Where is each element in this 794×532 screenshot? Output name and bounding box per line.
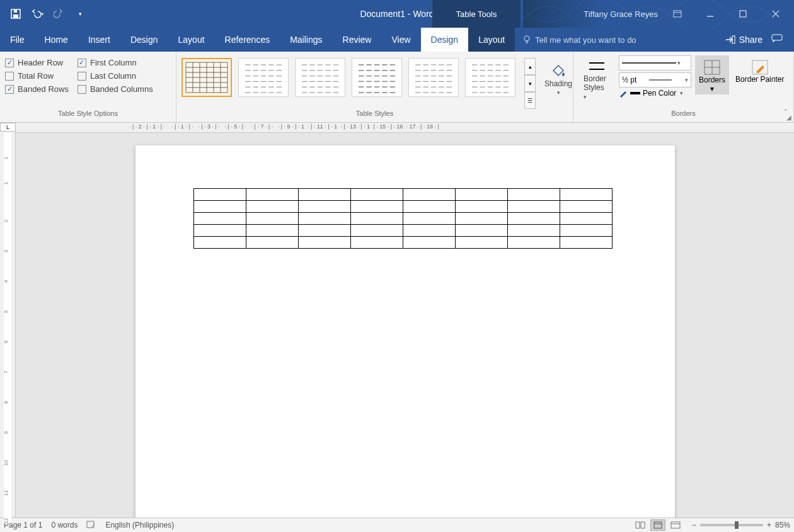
table-style-thumb-1[interactable]	[181, 58, 232, 97]
status-language[interactable]: English (Philippines)	[105, 521, 174, 529]
ribbon-display-icon[interactable]	[664, 4, 691, 24]
border-painter-button[interactable]: Border Painter	[733, 55, 786, 85]
horizontal-ruler[interactable]: · | · 2 · | · 1 · | · · | · 1 · | · · | …	[16, 123, 794, 133]
tab-file[interactable]: File	[0, 28, 35, 52]
view-print-layout[interactable]	[650, 519, 665, 531]
tab-references[interactable]: References	[215, 28, 280, 52]
svg-text:12: 12	[3, 518, 9, 523]
pen-icon	[619, 89, 628, 98]
check-banded-columns[interactable]: Banded Columns	[78, 84, 153, 94]
table-styles-gallery[interactable]: ▴ ▾ ☰	[181, 58, 536, 109]
tab-mailings[interactable]: Mailings	[280, 28, 332, 52]
svg-text:11: 11	[3, 490, 9, 495]
contextual-tab-label: Table Tools	[432, 0, 521, 28]
tab-tabletools-layout[interactable]: Layout	[468, 28, 515, 52]
check-banded-rows[interactable]: Banded Rows	[5, 84, 69, 94]
undo-icon[interactable]: ▾	[29, 6, 45, 22]
borders-button[interactable]: Borders▾	[695, 55, 729, 94]
svg-text:3: 3	[3, 249, 9, 252]
document-workarea: L 1 1 2 3 4 5 6 7 8 9 10 11 12 · | · 2 ·…	[0, 123, 794, 518]
gallery-scroll-down[interactable]: ▾	[524, 75, 536, 92]
table-style-thumb-5[interactable]	[408, 58, 459, 97]
status-bar: Page 1 of 1 0 words English (Philippines…	[0, 518, 794, 532]
svg-rect-185	[752, 60, 768, 74]
tab-design[interactable]: Design	[120, 28, 168, 52]
svg-text:8: 8	[3, 400, 9, 404]
tab-home[interactable]: Home	[35, 28, 78, 52]
group-table-style-options: Header Row Total Row Banded Rows First C…	[0, 52, 176, 122]
svg-rect-1	[13, 14, 18, 18]
share-icon	[725, 35, 735, 44]
tab-view[interactable]: View	[381, 28, 420, 52]
tab-review[interactable]: Review	[333, 28, 382, 52]
group-borders: Border Styles ▾ ▾ ½ pt▾ Pen Color▾ Borde…	[573, 52, 794, 122]
minimize-icon[interactable]	[697, 4, 723, 24]
svg-text:6: 6	[3, 340, 9, 343]
brush-icon	[751, 59, 769, 76]
tab-layout[interactable]: Layout	[168, 28, 215, 52]
ribbon: Header Row Total Row Banded Rows First C…	[0, 52, 794, 123]
border-styles-button[interactable]: Border Styles ▾	[578, 55, 615, 105]
svg-rect-203	[654, 522, 662, 528]
gallery-more[interactable]: ☰	[524, 92, 536, 109]
page-1[interactable]	[135, 145, 675, 518]
svg-text:1: 1	[3, 181, 9, 184]
share-button[interactable]: Share	[725, 35, 762, 45]
user-name[interactable]: Tiffany Grace Reyes	[584, 9, 658, 19]
document-scroll-area[interactable]	[16, 133, 794, 518]
gallery-scroll-up[interactable]: ▴	[524, 58, 536, 75]
svg-text:5: 5	[3, 310, 9, 313]
document-table[interactable]	[193, 188, 613, 249]
tell-me-placeholder: Tell me what you want to do	[535, 35, 636, 45]
tab-tabletools-design[interactable]: Design	[421, 28, 469, 52]
zoom-out-icon[interactable]: −	[692, 521, 696, 529]
svg-rect-201	[636, 522, 640, 528]
table-style-thumb-3[interactable]	[295, 58, 345, 97]
pen-weight-dropdown[interactable]: ½ pt▾	[619, 72, 691, 88]
svg-text:7: 7	[3, 370, 9, 373]
zoom-percent[interactable]: 85%	[775, 521, 790, 529]
view-read-mode[interactable]	[633, 519, 648, 531]
qat-customize-icon[interactable]: ▾	[72, 6, 88, 22]
title-bar: ▾ ▾ Document1 - Word Table Tools Tiffany…	[0, 0, 794, 28]
border-style-sample-icon	[588, 59, 606, 73]
svg-text:9: 9	[3, 431, 9, 434]
collapse-ribbon-icon[interactable]: ˄	[784, 108, 788, 116]
vertical-ruler[interactable]: L 1 1 2 3 4 5 6 7 8 9 10 11 12	[0, 123, 16, 518]
shading-button[interactable]: Shading ▾	[539, 58, 577, 99]
svg-text:1: 1	[3, 156, 9, 159]
ribbon-tabs: File Home Insert Design Layout Reference…	[0, 28, 794, 52]
pen-color-dropdown[interactable]: Pen Color▾	[619, 89, 691, 98]
maximize-icon[interactable]	[730, 4, 756, 24]
proofing-icon[interactable]	[86, 520, 96, 531]
svg-rect-13	[772, 35, 782, 40]
close-icon[interactable]	[762, 4, 789, 24]
table-style-thumb-6[interactable]	[465, 58, 515, 97]
check-header-row[interactable]: Header Row	[5, 58, 69, 67]
save-icon[interactable]	[8, 6, 24, 22]
svg-rect-202	[641, 522, 645, 528]
view-web-layout[interactable]	[668, 519, 683, 531]
comments-icon[interactable]	[771, 34, 783, 45]
svg-rect-205	[671, 522, 680, 528]
tell-me-search[interactable]: Tell me what you want to do	[515, 28, 636, 52]
zoom-slider[interactable]: − + 85%	[692, 521, 790, 529]
group-label-borders: Borders	[573, 110, 793, 122]
check-first-column[interactable]: First Column	[78, 58, 153, 67]
check-total-row[interactable]: Total Row	[5, 71, 69, 81]
borders-grid-icon	[703, 59, 721, 76]
redo-icon[interactable]	[50, 6, 67, 22]
tab-insert[interactable]: Insert	[78, 28, 120, 52]
table-style-thumb-4[interactable]	[352, 58, 402, 97]
table-style-thumb-2[interactable]	[238, 58, 289, 97]
pen-line-style[interactable]: ▾	[619, 55, 691, 71]
zoom-in-icon[interactable]: +	[767, 521, 771, 529]
paint-bucket-icon	[549, 62, 567, 78]
svg-rect-6	[740, 11, 746, 17]
svg-rect-2	[14, 10, 17, 13]
svg-point-9	[524, 36, 529, 41]
status-words[interactable]: 0 words	[51, 521, 78, 529]
check-last-column[interactable]: Last Column	[78, 71, 153, 81]
group-label-table-styles: Table Styles	[176, 110, 573, 122]
lightbulb-icon	[522, 35, 531, 44]
